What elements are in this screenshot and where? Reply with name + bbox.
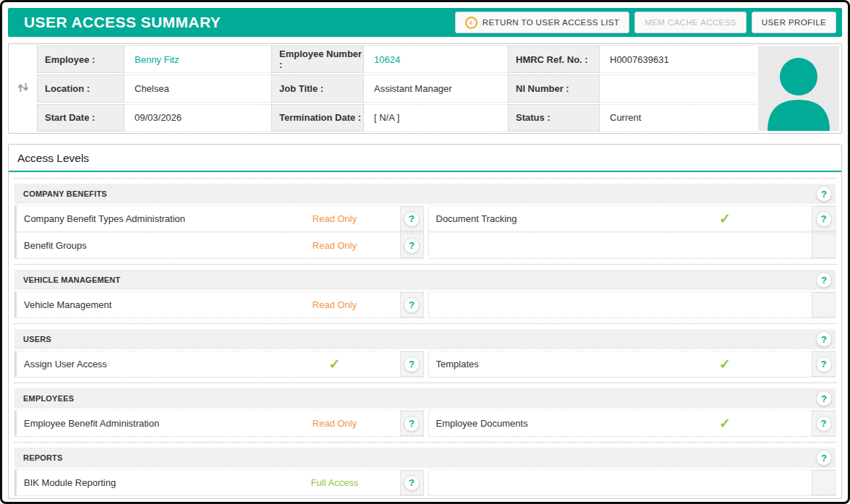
help-icon[interactable]: ? (816, 331, 832, 347)
help-icon[interactable]: ? (404, 356, 420, 372)
field-label: Job Title : (271, 74, 364, 102)
help-icon[interactable]: ? (816, 186, 832, 202)
dotted-separator (14, 264, 836, 265)
access-group-header: COMPANY BENEFITS? (14, 184, 836, 204)
access-item-label: Company Benefit Types Administration (17, 213, 300, 224)
field-value: 09/03/2026 (124, 104, 271, 132)
help-icon[interactable]: ? (816, 356, 832, 372)
access-row: Vehicle ManagementRead Only? (14, 291, 836, 318)
access-level-value: Read Only (300, 240, 370, 251)
help-cell: ? (400, 351, 424, 377)
field-value[interactable]: 10624 (364, 46, 508, 73)
help-cell: ? (812, 351, 836, 377)
sort-arrows-icon (17, 81, 30, 97)
user-profile-button[interactable]: USER PROFILE (752, 12, 836, 33)
page-title: USER ACCESS SUMMARY (24, 14, 221, 31)
access-levels-title-row: Access Levels (9, 145, 841, 172)
access-levels-panel: Access Levels COMPANY BENEFITS?Company B… (8, 144, 842, 499)
help-cell: ? (400, 206, 424, 231)
help-cell-empty (812, 292, 836, 317)
access-item-label: Benefit Groups (17, 240, 300, 251)
field-label: Termination Date : (271, 104, 364, 132)
button-label: MEM CACHE ACCESS (645, 18, 736, 27)
user-access-summary-page: USER ACCESS SUMMARY ‹RETURN TO USER ACCE… (0, 0, 850, 504)
help-icon[interactable]: ? (404, 297, 420, 313)
avatar (758, 46, 839, 131)
field-label: Location : (37, 74, 124, 102)
access-row-empty-cell (428, 232, 836, 259)
access-row: Assign User Access✓?Templates✓? (14, 351, 836, 377)
checkmark-icon: ✓ (690, 415, 760, 432)
access-levels-body: COMPANY BENEFITS?Company Benefit Types A… (9, 172, 841, 500)
access-item-label: Document Tracking (429, 213, 691, 224)
field-label: HMRC Ref. No. : (508, 46, 600, 73)
employee-row: Location :ChelseaJob Title :Assistant Ma… (37, 74, 757, 103)
field-value (600, 74, 757, 102)
access-row-cell: Employee Documents✓? (428, 410, 836, 437)
circle-chevron-left-icon: ‹ (465, 17, 477, 29)
help-icon[interactable]: ? (816, 390, 832, 406)
help-cell: ? (812, 411, 836, 436)
checkmark-icon: ✓ (300, 356, 370, 372)
return-to-user-access-list-button[interactable]: ‹RETURN TO USER ACCESS LIST (455, 12, 630, 33)
access-row: Company Benefit Types AdministrationRead… (14, 205, 836, 232)
field-label: Employee Number : (271, 46, 364, 73)
button-label: USER PROFILE (762, 18, 826, 27)
access-row: Employee Benefit AdministrationRead Only… (14, 410, 836, 437)
help-icon[interactable]: ? (404, 416, 420, 432)
help-cell: ? (400, 470, 424, 495)
employee-row: Employee :Benny FitzEmployee Number :106… (37, 45, 757, 74)
field-value: Chelsea (124, 74, 271, 102)
collapse-toggle[interactable] (9, 45, 37, 132)
access-level-value: Read Only (300, 299, 370, 310)
field-value: H0007639631 (600, 46, 757, 73)
field-value[interactable]: Benny Fitz (124, 46, 271, 73)
field-label: NI Number : (508, 74, 600, 102)
access-group-header: USERS? (14, 329, 836, 349)
button-label: RETURN TO USER ACCESS LIST (483, 18, 620, 27)
employee-summary-panel: Employee :Benny FitzEmployee Number :106… (8, 43, 842, 134)
access-group-name: VEHICLE MANAGEMENT (23, 276, 816, 284)
access-item-label: Employee Benefit Administration (17, 418, 300, 429)
help-icon[interactable]: ? (404, 211, 420, 227)
help-icon[interactable]: ? (404, 238, 420, 254)
help-icon[interactable]: ? (404, 475, 420, 491)
access-item-label: Vehicle Management (17, 299, 300, 310)
access-row-cell: Vehicle ManagementRead Only? (14, 291, 424, 318)
access-row-cell: Document Tracking✓? (428, 205, 836, 232)
page-header: USER ACCESS SUMMARY ‹RETURN TO USER ACCE… (8, 8, 842, 37)
employee-details-grid: Employee :Benny FitzEmployee Number :106… (37, 45, 757, 132)
access-row-cell: Templates✓? (428, 351, 836, 377)
access-group-name: COMPANY BENEFITS (23, 189, 816, 198)
access-row-cell: BIK Module ReportingFull Access? (14, 469, 424, 496)
field-label: Start Date : (37, 104, 124, 132)
help-icon[interactable]: ? (816, 416, 832, 432)
help-icon[interactable]: ? (816, 272, 832, 288)
help-icon[interactable]: ? (816, 211, 832, 227)
checkmark-icon: ✓ (690, 356, 760, 372)
access-row-cell: Assign User Access✓? (14, 351, 424, 377)
access-level-value: Read Only (300, 418, 370, 429)
dotted-separator (14, 442, 836, 443)
access-row: Benefit GroupsRead Only? (14, 232, 836, 259)
access-row-cell: Benefit GroupsRead Only? (14, 232, 424, 259)
access-item-label: Templates (429, 359, 691, 370)
access-row-cell: Company Benefit Types AdministrationRead… (14, 205, 424, 232)
mem-cache-access-button[interactable]: MEM CACHE ACCESS (634, 12, 747, 33)
access-item-label: BIK Module Reporting (17, 477, 300, 488)
employee-row: Start Date :09/03/2026Termination Date :… (37, 103, 757, 132)
help-cell: ? (400, 411, 424, 436)
checkmark-icon: ✓ (690, 210, 760, 227)
access-group-name: REPORTS (23, 453, 816, 462)
field-label: Employee : (37, 46, 124, 73)
help-icon[interactable]: ? (816, 450, 832, 466)
access-group-name: USERS (23, 335, 816, 343)
access-item-label: Assign User Access (17, 359, 300, 370)
access-group-header: VEHICLE MANAGEMENT? (14, 270, 836, 290)
help-cell: ? (812, 206, 836, 231)
dotted-separator (14, 383, 836, 383)
help-cell: ? (400, 233, 424, 258)
access-row: BIK Module ReportingFull Access? (14, 469, 836, 496)
access-level-value: Full Access (300, 477, 370, 488)
help-cell-empty (812, 233, 836, 258)
